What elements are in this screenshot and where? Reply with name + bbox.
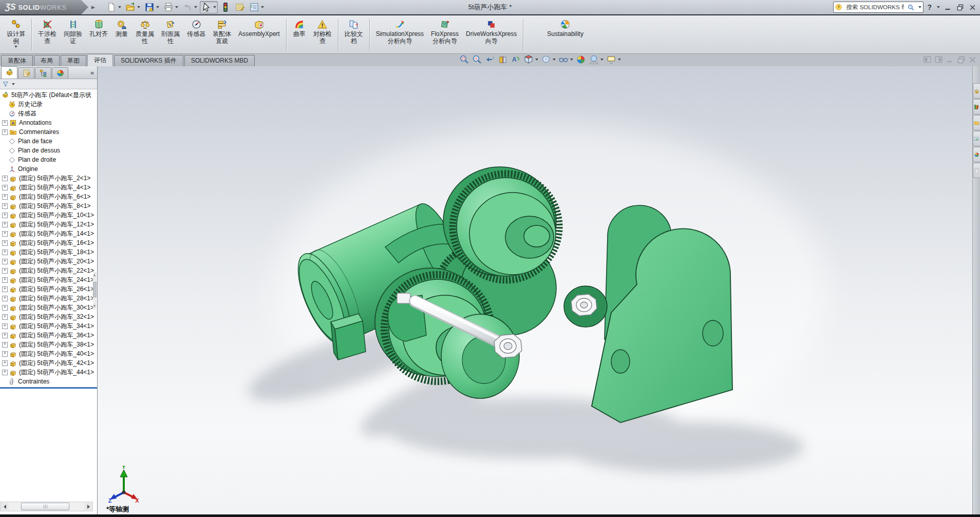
tree-item[interactable]: Plan de droite [0,155,97,164]
view-orientation-caret-icon[interactable] [535,59,538,61]
tree-item[interactable]: +(固定) 5t葫芦小跑车_30<1> [0,303,97,312]
tree-item[interactable]: 历史记录 [0,100,97,109]
tree-item[interactable]: +(固定) 5t葫芦小跑车_14<1> [0,229,97,238]
expand-plus-icon[interactable]: + [2,333,8,338]
tree-horizontal-scrollbar[interactable] [0,502,93,511]
expand-plus-icon[interactable]: + [2,222,8,227]
expand-plus-icon[interactable]: + [2,286,8,292]
expand-plus-icon[interactable]: + [2,351,8,357]
tree-item[interactable]: +(固定) 5t葫芦小跑车_4<1> [0,183,97,192]
tree-item[interactable]: +(固定) 5t葫芦小跑车_10<1> [0,210,97,220]
tab-solidworks-mbd[interactable]: SOLIDWORKS MBD [184,55,255,66]
vscroll-thumb[interactable] [93,282,97,297]
apply-scene-button[interactable] [588,54,604,65]
tree-item[interactable]: +(固定) 5t葫芦小跑车_32<1> [0,312,97,321]
open-document-caret-icon[interactable] [137,6,140,8]
compare-documents-button[interactable]: ?比较文 档 [341,16,367,53]
display-style-button[interactable] [540,54,556,65]
scroll-right-button[interactable] [84,503,92,510]
simulationxpress-button[interactable]: SimulationXpress 分析向导 [372,16,427,53]
tree-item[interactable]: +Commentaires [0,127,97,137]
tab-assembly[interactable]: 装配体 [1,55,33,66]
interference-check-button[interactable]: 干涉检 查 [34,16,60,53]
driveworksxpress-button[interactable]: DriveWorksXpress 向导 [462,16,520,53]
previous-view-button[interactable] [484,54,496,65]
zoom-to-fit-button[interactable] [459,54,470,65]
expand-plus-icon[interactable]: + [2,129,8,135]
expand-plus-icon[interactable]: + [2,231,8,237]
file-properties-button[interactable] [233,1,247,13]
search-box[interactable]: ? [833,2,924,13]
tree-item[interactable]: +(固定) 5t葫芦小跑车_34<1> [0,321,97,331]
graphics-viewport[interactable]: Y X Z *等轴测 [98,66,972,514]
close-doc-button[interactable] [968,55,977,64]
floxpress-button[interactable]: FloXpress 分析向导 [427,16,462,53]
tree-item[interactable]: +(固定) 5t葫芦小跑车_44<1> [0,368,97,377]
tree-item[interactable]: +(固定) 5t葫芦小跑车_28<1> [0,294,97,303]
expand-plus-icon[interactable]: + [2,203,8,209]
magnifier-icon[interactable] [907,4,915,11]
pane-right-button[interactable] [934,55,943,64]
filter-funnel-icon[interactable] [2,81,9,88]
tree-item[interactable]: +(固定) 5t葫芦小跑车_26<1> [0,284,97,294]
panel-tabs-overflow-button[interactable]: » [90,69,94,76]
display-settings-caret-icon[interactable] [261,6,264,8]
help-caret-icon[interactable] [937,6,940,8]
design-study-caret-icon[interactable] [14,46,17,48]
expand-plus-icon[interactable]: + [2,185,8,190]
search-caret-icon[interactable] [918,6,921,8]
expand-plus-icon[interactable]: + [2,323,8,329]
section-properties-button[interactable]: 剖面属 性 [158,16,183,53]
tree-item[interactable]: Plan de dessus [0,146,97,155]
scroll-left-button[interactable] [1,503,9,510]
symmetry-check-button[interactable]: 对称检 查 [310,16,335,53]
tree-item[interactable]: +(固定) 5t葫芦小跑车_38<1> [0,340,97,349]
restore-button[interactable] [956,3,965,12]
view-orientation-button[interactable] [523,54,539,65]
tree-item[interactable]: +(固定) 5t葫芦小跑车_22<1> [0,266,97,275]
scroll-down-arrow-icon[interactable] [93,305,96,308]
view-palette-button[interactable] [973,131,980,146]
filter-caret-icon[interactable] [12,83,15,85]
restore-doc-button[interactable] [957,55,966,64]
apply-scene-caret-icon[interactable] [600,59,604,61]
hole-alignment-button[interactable]: 孔对齐 [86,16,111,53]
expand-plus-icon[interactable]: + [2,259,8,264]
resources-home-button[interactable] [973,83,980,99]
tree-item[interactable]: +(固定) 5t葫芦小跑车_8<1> [0,201,97,210]
open-document-button[interactable] [124,1,142,13]
expand-plus-icon[interactable]: + [2,268,8,274]
help-button[interactable]: ? [927,3,932,11]
tree-item[interactable]: +(固定) 5t葫芦小跑车_42<1> [0,358,97,368]
tree-item[interactable]: +(固定) 5t葫芦小跑车_2<1> [0,174,97,183]
hide-show-items-caret-icon[interactable] [570,59,573,61]
tree-item[interactable]: +(固定) 5t葫芦小跑车_36<1> [0,331,97,340]
expand-plus-icon[interactable]: + [2,360,8,366]
print-caret-icon[interactable] [175,6,178,8]
annotation-views-button[interactable]: A [510,54,521,65]
measure-button[interactable]: 测量 [111,16,132,53]
hide-show-items-button[interactable] [558,54,574,65]
expand-plus-icon[interactable]: + [2,120,8,126]
tree-item[interactable]: +(固定) 5t葫芦小跑车_40<1> [0,349,97,358]
rebuild-indicator-button[interactable] [219,1,232,13]
featuremanager-tab[interactable] [1,66,17,79]
propertymanager-tab[interactable] [18,67,34,79]
assemblyxpert-button[interactable]: AssemblyXpert [235,16,284,53]
new-document-button[interactable] [105,1,123,13]
rollback-bar[interactable] [0,387,97,389]
tree-item[interactable]: +(固定) 5t葫芦小跑车_24<1> [0,275,97,284]
tab-sketch[interactable]: 草图 [61,55,86,66]
tab-solidworks-addins[interactable]: SOLIDWORKS 插件 [114,55,183,66]
view-settings-button[interactable] [606,54,621,65]
undo-caret-icon[interactable] [194,6,197,8]
minimize-doc-button[interactable] [946,55,954,64]
menu-expand-arrow-icon[interactable]: ▶ [91,3,98,11]
tree-item[interactable]: +AAnnotations [0,118,97,127]
save-caret-icon[interactable] [156,6,159,8]
expand-plus-icon[interactable]: + [2,370,8,375]
minimize-button[interactable] [944,3,952,12]
tree-item[interactable]: Origine [0,164,97,174]
scroll-up-arrow-icon[interactable] [93,274,96,276]
tree-item[interactable]: +(固定) 5t葫芦小跑车_20<1> [0,257,97,266]
